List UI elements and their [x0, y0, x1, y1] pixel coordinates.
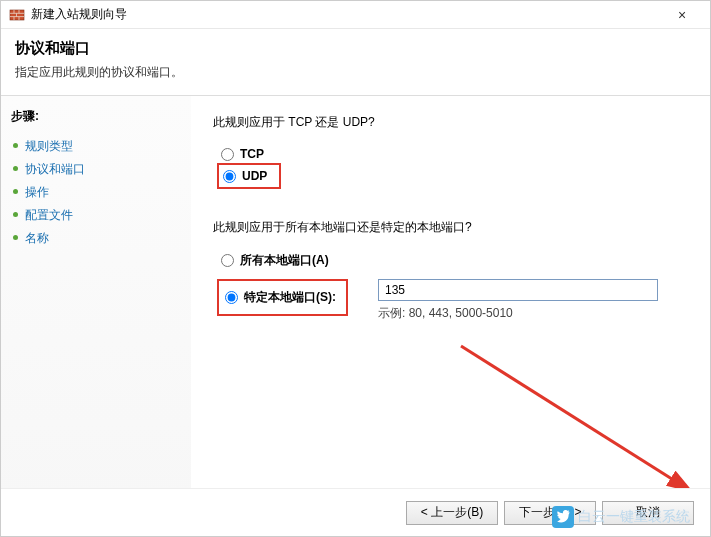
step-protocol-ports[interactable]: 协议和端口 — [11, 158, 181, 181]
page-title: 协议和端口 — [15, 39, 696, 58]
back-button[interactable]: < 上一步(B) — [406, 501, 498, 525]
radio-specific-ports-label[interactable]: 特定本地端口(S): — [244, 289, 336, 306]
radio-all-ports[interactable] — [221, 254, 234, 267]
udp-highlight: UDP — [217, 163, 281, 189]
steps-sidebar: 步骤: 规则类型 协议和端口 操作 配置文件 名称 — [1, 96, 191, 504]
window-title: 新建入站规则向导 — [31, 6, 662, 23]
specific-port-highlight: 特定本地端口(S): — [217, 279, 348, 316]
page-subtitle: 指定应用此规则的协议和端口。 — [15, 64, 696, 81]
radio-all-ports-row: 所有本地端口(A) — [219, 250, 688, 271]
radio-all-ports-label[interactable]: 所有本地端口(A) — [240, 252, 329, 269]
steps-list: 规则类型 协议和端口 操作 配置文件 名称 — [11, 135, 181, 250]
next-button[interactable]: 下一步(N) > — [504, 501, 596, 525]
port-question: 此规则应用于所有本地端口还是特定的本地端口? — [213, 219, 688, 236]
radio-tcp-row: TCP — [219, 145, 688, 163]
specific-port-group: 特定本地端口(S): 示例: 80, 443, 5000-5010 — [217, 279, 688, 322]
radio-udp-row: UDP — [221, 167, 269, 185]
radio-tcp-label[interactable]: TCP — [240, 147, 264, 161]
titlebar: 新建入站规则向导 × — [1, 1, 710, 29]
steps-heading: 步骤: — [11, 108, 181, 125]
close-button[interactable]: × — [662, 3, 702, 27]
step-action[interactable]: 操作 — [11, 181, 181, 204]
step-rule-type[interactable]: 规则类型 — [11, 135, 181, 158]
port-section: 此规则应用于所有本地端口还是特定的本地端口? 所有本地端口(A) 特定本地端口(… — [213, 219, 688, 322]
radio-specific-ports[interactable] — [225, 291, 238, 304]
svg-line-9 — [461, 346, 691, 491]
content-area: 步骤: 规则类型 协议和端口 操作 配置文件 名称 此规则应用于 TCP 还是 … — [1, 96, 710, 504]
cancel-button[interactable]: 取消 — [602, 501, 694, 525]
annotation-arrow — [451, 336, 711, 506]
step-profile[interactable]: 配置文件 — [11, 204, 181, 227]
firewall-icon — [9, 7, 25, 23]
radio-udp[interactable] — [223, 170, 236, 183]
step-name[interactable]: 名称 — [11, 227, 181, 250]
wizard-header: 协议和端口 指定应用此规则的协议和端口。 — [1, 29, 710, 95]
svg-rect-0 — [10, 10, 24, 20]
protocol-question: 此规则应用于 TCP 还是 UDP? — [213, 114, 688, 131]
radio-specific-ports-row: 特定本地端口(S): — [223, 287, 338, 308]
port-input[interactable] — [378, 279, 658, 301]
radio-tcp[interactable] — [221, 148, 234, 161]
wizard-footer: < 上一步(B) 下一步(N) > 取消 — [1, 488, 710, 536]
radio-udp-label[interactable]: UDP — [242, 169, 267, 183]
main-panel: 此规则应用于 TCP 还是 UDP? TCP UDP 此规则应用于所有本地端口还… — [191, 96, 710, 504]
port-example: 示例: 80, 443, 5000-5010 — [378, 305, 658, 322]
port-input-wrap: 示例: 80, 443, 5000-5010 — [378, 279, 658, 322]
close-icon: × — [678, 7, 686, 23]
